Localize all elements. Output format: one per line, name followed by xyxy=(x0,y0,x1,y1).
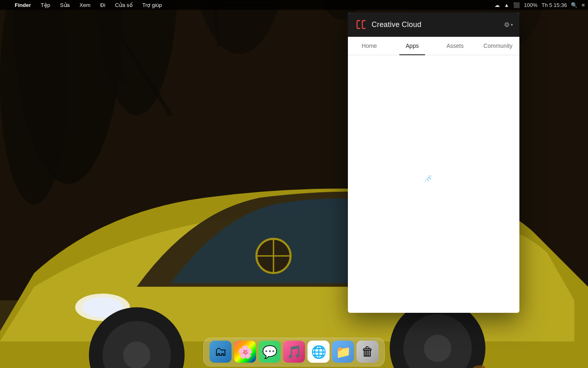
creative-cloud-panel: Creative Cloud ⚙ ▾ Home Apps Assets Comm… xyxy=(348,12,519,313)
menu-trogiup[interactable]: Trợ giúp xyxy=(141,1,164,9)
tab-community[interactable]: Community xyxy=(477,37,519,55)
folder-icon: 📁 xyxy=(336,345,351,359)
dock: 🗂 🌸 💬 🎵 🌐 📁 🗑 xyxy=(203,338,385,366)
menu-finder[interactable]: Finder xyxy=(13,1,33,9)
svg-rect-31 xyxy=(354,18,368,31)
clock: Th 5 15:36 xyxy=(541,2,567,8)
cc-nav: Home Apps Assets Community xyxy=(348,37,519,55)
search-icon[interactable]: 🔍 xyxy=(571,2,577,8)
dock-item-photos[interactable]: 🌸 xyxy=(234,341,256,363)
apple-menu[interactable] xyxy=(3,4,7,6)
settings-icon: ⚙ xyxy=(504,21,510,29)
control-center-icon[interactable]: ≡ xyxy=(581,2,585,8)
dock-item-itunes[interactable]: 🎵 xyxy=(283,341,305,363)
dock-item-finder[interactable]: 🗂 xyxy=(209,341,232,363)
chrome-icon: 🌐 xyxy=(311,345,326,359)
creative-cloud-logo xyxy=(354,18,368,31)
menubar: Finder Tệp Sửa Xem Đi Cửa số Trợ giúp ☁ … xyxy=(0,0,588,10)
menu-xem[interactable]: Xem xyxy=(78,1,92,9)
wifi-signal-icon: ⬛ xyxy=(513,2,520,8)
itunes-icon: 🎵 xyxy=(287,345,302,359)
tab-apps[interactable]: Apps xyxy=(391,37,434,55)
cc-header: Creative Cloud ⚙ ▾ xyxy=(348,12,519,37)
cc-logo-area: Creative Cloud xyxy=(354,18,421,31)
svg-line-33 xyxy=(428,178,430,180)
photos-icon: 🌸 xyxy=(238,345,253,359)
menubar-left: Finder Tệp Sửa Xem Đi Cửa số Trợ giúp xyxy=(3,1,164,9)
desktop: Finder Tệp Sửa Xem Đi Cửa số Trợ giúp ☁ … xyxy=(0,0,588,368)
dock-item-messages[interactable]: 💬 xyxy=(258,341,281,363)
creative-cloud-menubar-icon[interactable]: ☁ xyxy=(494,2,500,8)
menu-cuaso[interactable]: Cửa số xyxy=(114,1,134,9)
battery-percent: 100% xyxy=(524,2,537,8)
menu-sua[interactable]: Sửa xyxy=(58,1,71,9)
cc-title: Creative Cloud xyxy=(372,20,421,29)
svg-line-34 xyxy=(426,179,427,182)
trash-icon: 🗑 xyxy=(361,345,374,359)
svg-line-32 xyxy=(429,177,431,177)
cc-content xyxy=(348,55,519,313)
finder-icon: 🗂 xyxy=(214,345,227,359)
tab-assets[interactable]: Assets xyxy=(434,37,477,55)
loading-spinner xyxy=(425,176,442,192)
menu-tep[interactable]: Tệp xyxy=(39,1,52,9)
dock-item-trash[interactable]: 🗑 xyxy=(356,341,379,363)
menubar-right: ☁ ▲ ⬛ 100% Th 5 15:36 🔍 ≡ xyxy=(494,2,585,8)
svg-point-26 xyxy=(424,334,451,362)
tab-home[interactable]: Home xyxy=(348,37,391,55)
dock-item-chrome[interactable]: 🌐 xyxy=(307,341,330,363)
settings-chevron: ▾ xyxy=(511,22,513,27)
messages-icon: 💬 xyxy=(262,345,277,359)
menu-di[interactable]: Đi xyxy=(99,1,107,9)
svg-point-23 xyxy=(123,341,150,368)
dock-item-folder[interactable]: 📁 xyxy=(332,341,354,363)
wifi-icon[interactable]: ▲ xyxy=(504,2,509,8)
cc-settings-button[interactable]: ⚙ ▾ xyxy=(504,21,513,29)
